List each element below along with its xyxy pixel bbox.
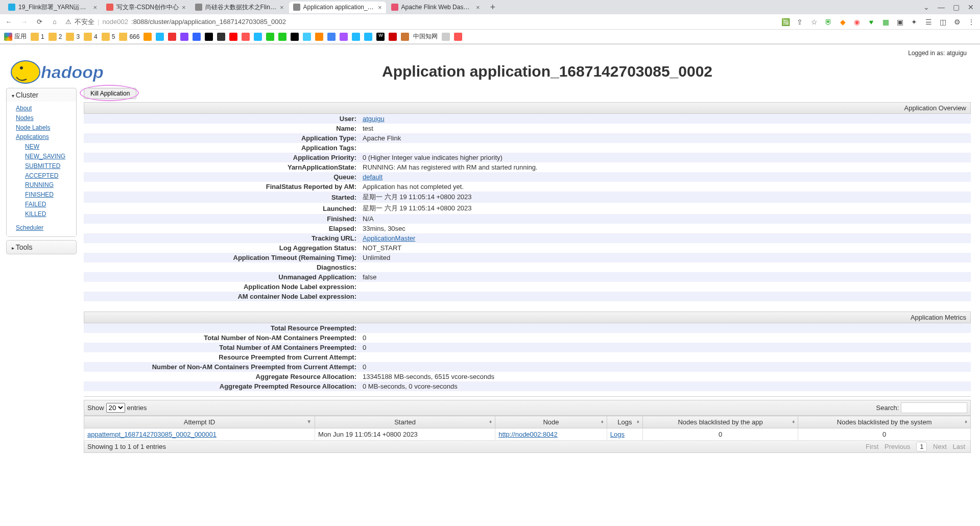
sidebar-link-appstate[interactable]: NEW — [25, 142, 76, 152]
sidebar-link-applications[interactable]: Applications — [16, 132, 76, 142]
attempts-column-header[interactable]: Started♦ — [315, 416, 495, 428]
ext-icon-1[interactable]: ◆ — [838, 17, 847, 27]
sidebar-link-about[interactable]: About — [16, 104, 76, 113]
maximize-icon[interactable]: ▢ — [953, 3, 960, 11]
sidebar-link-node-labels[interactable]: Node Labels — [16, 123, 76, 133]
page-next[interactable]: Next — [933, 443, 947, 450]
bookmark-link[interactable]: 中国知网 — [413, 32, 438, 41]
bookmark-icon[interactable] — [229, 33, 237, 41]
sidebar-link-appstate[interactable]: NEW_SAVING — [25, 152, 76, 161]
sidebar-cluster-header[interactable]: Cluster — [7, 88, 76, 102]
bookmark-folder[interactable]: 5 — [102, 33, 115, 41]
sidebar-link-appstate[interactable]: RUNNING — [25, 180, 76, 190]
bookmark-icon[interactable] — [327, 33, 336, 41]
attempts-column-header[interactable]: Nodes blacklisted by the system♦ — [798, 416, 971, 428]
bookmark-icon[interactable] — [242, 33, 250, 41]
share-icon[interactable]: ⇪ — [795, 17, 804, 27]
chevron-down-icon[interactable]: ⌄ — [923, 3, 929, 11]
bookmark-icon[interactable] — [442, 33, 450, 41]
menu-icon[interactable]: ⋮ — [967, 17, 976, 27]
star-icon[interactable]: ☆ — [809, 17, 819, 27]
bookmark-icon[interactable] — [254, 33, 262, 41]
sidebar-tools-header[interactable]: Tools — [7, 241, 76, 254]
bookmark-icon[interactable] — [193, 33, 201, 41]
tab-close-icon[interactable]: × — [93, 4, 97, 11]
sidepanel-icon[interactable]: ◫ — [938, 17, 947, 27]
bookmark-icon[interactable] — [291, 33, 299, 41]
attempts-column-header[interactable]: Logs♦ — [607, 416, 642, 428]
search-input[interactable] — [901, 402, 967, 413]
attempt-node-link[interactable]: http://node002:8042 — [498, 431, 558, 438]
bookmark-icon[interactable] — [156, 33, 164, 41]
url-bar[interactable]: ⚠ 不安全 | node002:8088/cluster/app/applica… — [65, 17, 775, 27]
attempts-column-header[interactable]: Node♦ — [495, 416, 607, 428]
bookmark-icon[interactable] — [303, 33, 311, 41]
home-button[interactable]: ⌂ — [50, 17, 59, 27]
bookmark-icon[interactable] — [340, 33, 348, 41]
attempt-id-link[interactable]: appattempt_1687142703085_0002_000001 — [87, 431, 217, 438]
page-size-select[interactable]: 20 — [106, 403, 125, 413]
browser-tab[interactable]: Apache Flink Web Dashboard× — [387, 2, 484, 13]
bookmark-icon[interactable] — [454, 33, 462, 41]
browser-tab[interactable]: 写文章-CSDN创作中心× — [102, 1, 190, 14]
forward-button[interactable]: → — [19, 17, 29, 27]
page-previous[interactable]: Previous — [885, 443, 911, 450]
page-first[interactable]: First — [866, 443, 878, 450]
bookmark-icon[interactable] — [315, 33, 323, 41]
bookmark-icon[interactable] — [364, 33, 372, 41]
bookmark-folder[interactable]: 666 — [119, 33, 139, 41]
tab-close-icon[interactable]: × — [378, 4, 382, 11]
kill-application-button[interactable]: Kill Application — [84, 88, 136, 99]
attempt-logs-link[interactable]: Logs — [610, 431, 625, 438]
reading-list-icon[interactable]: ☰ — [924, 17, 933, 27]
tab-close-icon[interactable]: × — [182, 4, 186, 11]
bookmark-folder[interactable]: 1 — [31, 33, 44, 41]
profile-icon[interactable]: ⚙ — [952, 17, 962, 27]
translate-icon[interactable]: 🈯 — [781, 17, 790, 27]
ext-icon-3[interactable]: ♥ — [867, 17, 876, 27]
sidebar-link-nodes[interactable]: Nodes — [16, 113, 76, 123]
page-current[interactable]: 1 — [916, 442, 927, 451]
browser-tab[interactable]: Application application_1687× — [289, 2, 386, 13]
close-icon[interactable]: ✕ — [968, 3, 974, 11]
bookmark-icon[interactable] — [352, 33, 360, 41]
new-tab-button[interactable]: + — [485, 2, 501, 13]
kv-value-link[interactable]: ApplicationMaster — [363, 234, 415, 242]
kv-value-link[interactable]: atguigu — [363, 115, 385, 123]
sidebar-link-appstate[interactable]: FAILED — [25, 200, 76, 209]
ext-icon-2[interactable]: ◉ — [852, 17, 862, 27]
bookmark-icon[interactable] — [389, 33, 397, 41]
reload-button[interactable]: ⟳ — [35, 17, 44, 27]
tab-close-icon[interactable]: × — [476, 4, 480, 11]
bookmark-icon[interactable] — [266, 33, 274, 41]
bookmark-icon[interactable] — [217, 33, 225, 41]
sidebar-link-appstate[interactable]: ACCEPTED — [25, 171, 76, 181]
bookmark-icon[interactable] — [180, 33, 188, 41]
back-button[interactable]: ← — [4, 17, 13, 27]
browser-tab[interactable]: 19_Flink部署_YARN运行模式_会× — [4, 1, 101, 14]
extensions-icon[interactable]: ✦ — [910, 17, 919, 27]
bookmark-icon[interactable] — [168, 33, 176, 41]
apps-shortcut[interactable]: 应用 — [4, 32, 27, 41]
shield-icon[interactable]: ⛨ — [824, 17, 833, 27]
bookmark-folder[interactable]: 4 — [84, 33, 98, 41]
ext-icon-4[interactable]: ▦ — [881, 17, 890, 27]
bookmark-icon[interactable] — [401, 33, 409, 41]
attempts-column-header[interactable]: Nodes blacklisted by the app♦ — [642, 416, 798, 428]
ext-icon-5[interactable]: ▣ — [895, 17, 904, 27]
page-last[interactable]: Last — [952, 443, 965, 450]
bookmark-folder[interactable]: 3 — [66, 33, 80, 41]
minimize-icon[interactable]: — — [938, 3, 945, 11]
bookmark-icon[interactable] — [144, 33, 152, 41]
bookmark-icon[interactable] — [205, 33, 213, 41]
kv-value-link[interactable]: default — [363, 173, 383, 181]
attempts-column-header[interactable]: Attempt ID▼ — [84, 416, 315, 428]
sidebar-link-appstate[interactable]: SUBMITTED — [25, 161, 76, 171]
browser-tab[interactable]: 尚硅谷大数据技术之Flink.pdf× — [191, 1, 288, 14]
bookmark-folder[interactable]: 2 — [49, 33, 62, 41]
bookmark-icon[interactable]: W — [376, 33, 385, 41]
sidebar-link-appstate[interactable]: FINISHED — [25, 190, 76, 200]
sidebar-link-appstate[interactable]: KILLED — [25, 209, 76, 219]
sidebar-link-scheduler[interactable]: Scheduler — [16, 223, 76, 233]
bookmark-icon[interactable] — [278, 33, 286, 41]
